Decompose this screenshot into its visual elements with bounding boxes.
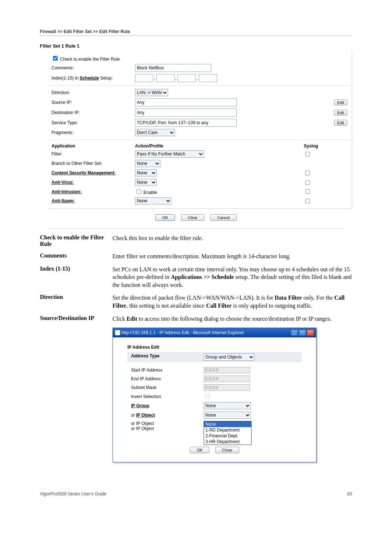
dest-ip-label: Destination IP: bbox=[52, 110, 135, 115]
schedule-input-2[interactable] bbox=[156, 74, 175, 82]
ie-dialog: http://192.168.1.1 - IP Address Edit - M… bbox=[113, 328, 317, 462]
filter-rule-panel: Check to enable the Filter Rule Comments… bbox=[47, 51, 352, 209]
page-number: 63 bbox=[347, 491, 352, 497]
desc-srcdest-text: Click Edit to access into the following … bbox=[113, 315, 352, 323]
filter-rule-title: Filter Set 1 Rule 1 bbox=[40, 43, 352, 49]
subnet-mask-input bbox=[204, 384, 250, 391]
desc-comments-label: Comments bbox=[40, 252, 113, 260]
desc-index-text: Set PCs on LAN to work at certain time i… bbox=[113, 266, 352, 289]
desc-comments-text: Enter filter set comments/description. M… bbox=[113, 252, 352, 260]
service-type-label: Service Type: bbox=[52, 120, 135, 125]
cancel-button[interactable]: Cancel bbox=[210, 214, 236, 221]
invert-selection-checkbox bbox=[205, 394, 210, 399]
dropdown-item-rd[interactable]: 1-RD Department bbox=[204, 427, 251, 433]
divider bbox=[47, 228, 345, 228]
dropdown-item-hr[interactable]: 3-HR Department bbox=[204, 439, 251, 445]
service-type-edit-button[interactable]: Edit bbox=[334, 120, 347, 126]
ip-object-link[interactable]: IP Object bbox=[136, 413, 155, 418]
schedule-input-1[interactable] bbox=[135, 74, 153, 82]
desc-direction-text: Set the direction of packet flow (LAN->W… bbox=[113, 294, 352, 309]
ie-logo-icon bbox=[115, 330, 120, 335]
fragments-label: Fragments: bbox=[52, 130, 135, 135]
address-type-label: Address Type bbox=[131, 353, 204, 361]
desc-check-text: Check this box to enable the filter rule… bbox=[113, 234, 352, 247]
comments-label: Comments: bbox=[52, 65, 135, 70]
csm-link[interactable]: Content Security Management: bbox=[52, 170, 135, 175]
index-label-prefix: Index(1-15) in bbox=[52, 76, 78, 81]
start-ip-input bbox=[204, 367, 250, 373]
filter-label: Filter: bbox=[52, 151, 135, 157]
clear-button[interactable]: Clear bbox=[181, 214, 204, 221]
branch-select[interactable]: None bbox=[135, 160, 160, 167]
close-icon[interactable]: × bbox=[307, 329, 314, 336]
dest-ip-input[interactable] bbox=[135, 109, 237, 117]
schedule-link[interactable]: Schedule bbox=[79, 76, 99, 81]
filter-select[interactable]: Pass If No Further Match bbox=[135, 150, 204, 158]
dest-ip-edit-button[interactable]: Edit bbox=[334, 110, 347, 116]
subnet-mask-label: Subnet Mask bbox=[131, 385, 204, 390]
dropdown-item-none[interactable]: None bbox=[204, 421, 251, 427]
ip-group-link[interactable]: IP Group bbox=[131, 403, 149, 408]
desc-direction-label: Direction bbox=[40, 294, 113, 309]
desc-srcdest-label: Source/Destination IP bbox=[40, 315, 113, 323]
enable-filter-checkbox[interactable] bbox=[53, 56, 58, 61]
end-ip-label: End IP Address bbox=[131, 376, 204, 381]
csm-syslog-checkbox[interactable] bbox=[305, 171, 310, 175]
syslog-header: Syslog bbox=[304, 143, 347, 149]
schedule-input-3[interactable] bbox=[177, 74, 196, 82]
filter-syslog-checkbox[interactable] bbox=[305, 152, 310, 157]
ie-ok-button[interactable]: OK bbox=[190, 447, 209, 453]
anti-virus-select[interactable]: None bbox=[135, 179, 157, 186]
direction-select[interactable]: LAN -> WAN bbox=[135, 89, 168, 96]
csm-select[interactable]: None bbox=[135, 169, 157, 177]
anti-virus-link[interactable]: Anti-Virus: bbox=[52, 180, 74, 185]
anti-intrusion-enable-label: Enable bbox=[143, 190, 157, 195]
anti-virus-syslog-checkbox[interactable] bbox=[305, 180, 310, 185]
source-ip-input[interactable] bbox=[135, 98, 237, 106]
desc-index-label: Index (1-15) bbox=[40, 266, 113, 289]
ip-address-edit-title: IP Address Edit bbox=[127, 345, 302, 350]
enable-filter-label: Check to enable the Filter Rule bbox=[60, 57, 120, 62]
address-type-select[interactable]: Group and Objects bbox=[204, 353, 254, 361]
maximize-icon[interactable]: □ bbox=[299, 329, 306, 336]
schedule-input-4[interactable] bbox=[199, 74, 217, 82]
anti-spam-link[interactable]: Anti-Spam: bbox=[52, 198, 75, 203]
end-ip-input bbox=[204, 376, 250, 382]
anti-intrusion-enable-checkbox[interactable] bbox=[136, 189, 141, 194]
service-type-input[interactable] bbox=[135, 119, 237, 127]
anti-spam-syslog-checkbox[interactable] bbox=[305, 199, 310, 203]
source-ip-edit-button[interactable]: Edit bbox=[334, 100, 347, 105]
ie-title-text: http://192.168.1.1 - IP Address Edit - M… bbox=[122, 330, 244, 335]
ie-close-button[interactable]: Close bbox=[215, 447, 239, 453]
anti-intrusion-link[interactable]: Anti-Intrusion: bbox=[52, 189, 82, 194]
application-header: Application bbox=[52, 143, 135, 149]
anti-intrusion-syslog-checkbox[interactable] bbox=[305, 189, 310, 194]
or-ip-object-label-3: or IP Object bbox=[131, 426, 204, 431]
source-ip-label: Source IP: bbox=[52, 100, 135, 105]
comments-input[interactable] bbox=[135, 64, 211, 72]
or-ip-object-label-2: or IP Object bbox=[131, 421, 204, 426]
branch-label: Branch to Other Filter Set: bbox=[52, 161, 135, 166]
breadcrumb: Firewall >> Edit Filter Set >> Edit Filt… bbox=[40, 29, 352, 34]
minimize-icon[interactable]: _ bbox=[291, 329, 298, 336]
divider bbox=[40, 36, 352, 36]
footer-left: VigorPro5500 Series User's Guide bbox=[40, 491, 106, 497]
desc-check-label: Check to enable the Filter Rule bbox=[40, 234, 113, 247]
direction-label: Direction: bbox=[52, 90, 135, 95]
ip-object-dropdown-list[interactable]: None 1-RD Department 2-Financial Dept. 3… bbox=[204, 421, 252, 445]
dropdown-item-financial[interactable]: 2-Financial Dept. bbox=[204, 433, 251, 439]
action-profile-header: Action/Profile bbox=[135, 143, 304, 149]
fragments-select[interactable]: Don't Care bbox=[135, 129, 175, 136]
ip-group-select[interactable]: None bbox=[204, 402, 251, 409]
start-ip-label: Start IP Address bbox=[131, 368, 204, 373]
invert-selection-label: Invert Selection bbox=[131, 394, 204, 399]
ip-object-select-1[interactable]: None bbox=[204, 412, 251, 419]
anti-spam-select[interactable]: None bbox=[135, 197, 171, 204]
index-label-suffix: Setup: bbox=[100, 76, 113, 81]
ok-button[interactable]: OK bbox=[155, 214, 175, 221]
